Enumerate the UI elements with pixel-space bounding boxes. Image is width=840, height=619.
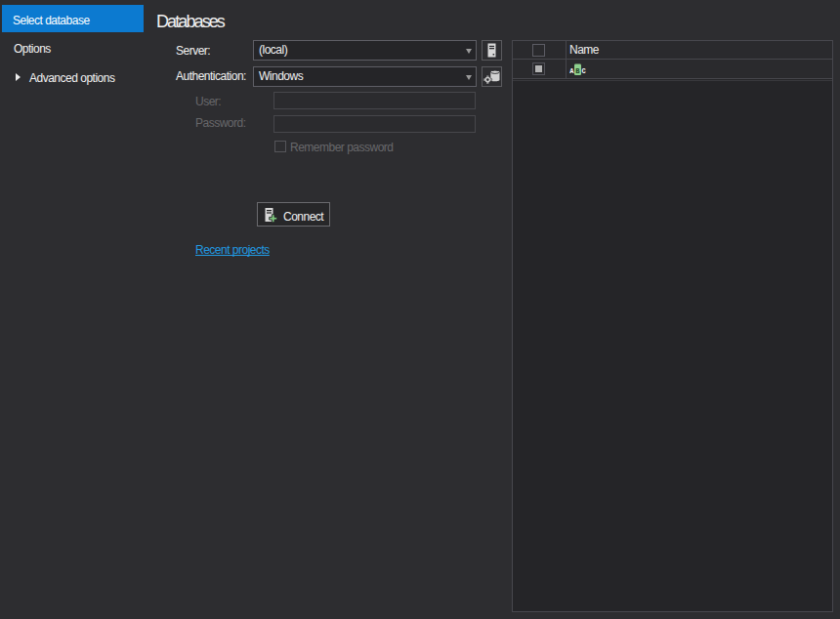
svg-text:C: C — [582, 67, 586, 75]
svg-text:A: A — [569, 67, 574, 75]
